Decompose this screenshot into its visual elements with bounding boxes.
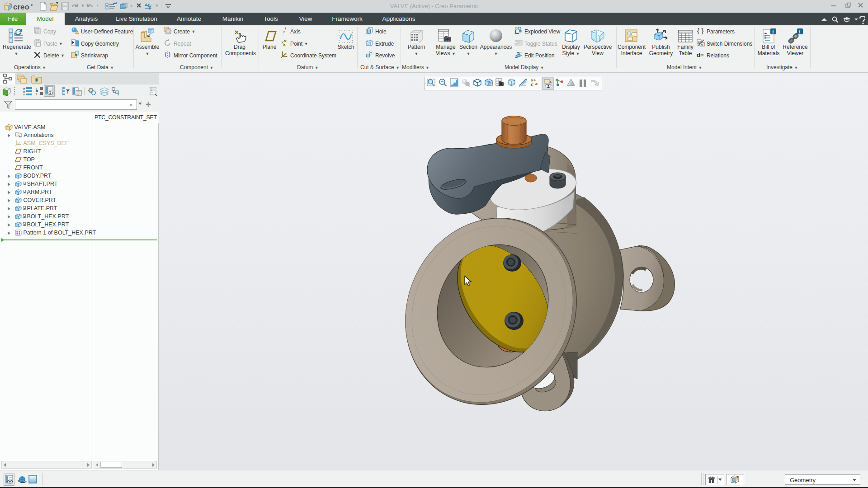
svg-text:fx: fx: [701, 43, 703, 47]
svg-text:d=: d=: [697, 52, 704, 58]
svg-text:{ }: { }: [697, 27, 703, 34]
svg-text:i: i: [799, 29, 801, 34]
svg-text:z: z: [519, 53, 520, 56]
svg-text:i: i: [773, 29, 774, 34]
svg-text:creo: creo: [13, 3, 29, 11]
